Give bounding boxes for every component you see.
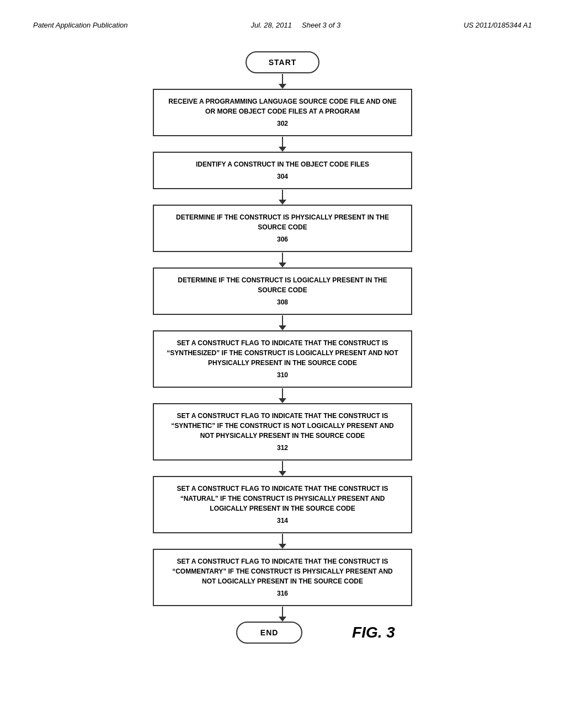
header-date-sheet: Jul. 28, 2011 Sheet 3 of 3 <box>251 21 341 29</box>
arrow-6 <box>279 388 286 403</box>
arrow-head <box>279 471 286 476</box>
arrow-line <box>282 137 283 147</box>
end-row: END FIG. 3 <box>33 622 532 644</box>
arrow-head <box>279 325 286 330</box>
step-304-number: 304 <box>165 172 400 181</box>
arrow-line <box>282 190 283 200</box>
arrow-2 <box>279 136 286 152</box>
step-316-text: SET A CONSTRUCT FLAG TO INDICATE THAT TH… <box>172 558 393 585</box>
arrow-line <box>282 253 283 263</box>
arrow-head <box>279 200 286 205</box>
step-316-number: 316 <box>165 588 400 598</box>
arrow-line <box>282 315 283 325</box>
end-label: END <box>260 628 279 637</box>
step-304-text: IDENTIFY A CONSTRUCT IN THE OBJECT CODE … <box>196 160 369 168</box>
step-302-number: 302 <box>165 119 400 129</box>
flowchart: START RECEIVE A PROGRAMMING LANGUAGE SOU… <box>33 51 532 644</box>
step-302-text: RECEIVE A PROGRAMMING LANGUAGE SOURCE CO… <box>168 98 396 115</box>
arrow-1 <box>279 73 286 89</box>
arrow-9 <box>279 606 286 622</box>
fig-label: FIG. 3 <box>352 624 395 641</box>
header-date: Jul. 28, 2011 <box>251 21 292 29</box>
step-310-text: SET A CONSTRUCT FLAG TO INDICATE THAT TH… <box>167 339 398 367</box>
start-label: START <box>269 58 297 67</box>
arrow-8 <box>279 533 286 549</box>
arrow-line <box>282 461 283 471</box>
header-sheet: Sheet 3 of 3 <box>302 21 340 29</box>
step-308-text: DETERMINE IF THE CONSTRUCT IS LOGICALLY … <box>178 276 387 294</box>
arrow-4 <box>279 252 286 267</box>
step-314-box: SET A CONSTRUCT FLAG TO INDICATE THAT TH… <box>153 476 412 533</box>
step-306-number: 306 <box>165 234 400 244</box>
arrow-head <box>279 544 286 549</box>
arrow-head <box>279 617 286 622</box>
arrow-head <box>279 147 286 152</box>
arrow-head <box>279 84 286 89</box>
arrow-line <box>282 388 283 398</box>
step-312-number: 312 <box>165 443 400 453</box>
arrow-line <box>282 534 283 544</box>
start-node: START <box>246 51 320 73</box>
header-patent-number: US 2011/0185344 A1 <box>463 21 532 29</box>
step-308-box: DETERMINE IF THE CONSTRUCT IS LOGICALLY … <box>153 267 412 315</box>
arrow-head <box>279 263 286 267</box>
arrow-line <box>282 607 283 617</box>
step-302-box: RECEIVE A PROGRAMMING LANGUAGE SOURCE CO… <box>153 89 412 136</box>
arrow-5 <box>279 315 286 330</box>
step-310-number: 310 <box>165 370 400 380</box>
step-316-box: SET A CONSTRUCT FLAG TO INDICATE THAT TH… <box>153 549 412 606</box>
step-314-text: SET A CONSTRUCT FLAG TO INDICATE THAT TH… <box>177 485 388 512</box>
step-310-box: SET A CONSTRUCT FLAG TO INDICATE THAT TH… <box>153 330 412 388</box>
step-312-text: SET A CONSTRUCT FLAG TO INDICATE THAT TH… <box>171 412 394 440</box>
arrow-7 <box>279 461 286 476</box>
arrow-head <box>279 398 286 403</box>
step-306-text: DETERMINE IF THE CONSTRUCT IS PHYSICALLY… <box>176 213 389 231</box>
header-publication-label: Patent Application Publication <box>33 21 128 29</box>
page: Patent Application Publication Jul. 28, … <box>0 0 565 728</box>
arrow-3 <box>279 189 286 205</box>
end-node: END <box>236 622 302 644</box>
step-312-box: SET A CONSTRUCT FLAG TO INDICATE THAT TH… <box>153 403 412 461</box>
step-304-box: IDENTIFY A CONSTRUCT IN THE OBJECT CODE … <box>153 152 412 189</box>
page-header: Patent Application Publication Jul. 28, … <box>33 11 532 35</box>
step-308-number: 308 <box>165 297 400 307</box>
step-306-box: DETERMINE IF THE CONSTRUCT IS PHYSICALLY… <box>153 205 412 252</box>
step-314-number: 314 <box>165 516 400 526</box>
arrow-line <box>282 74 283 84</box>
